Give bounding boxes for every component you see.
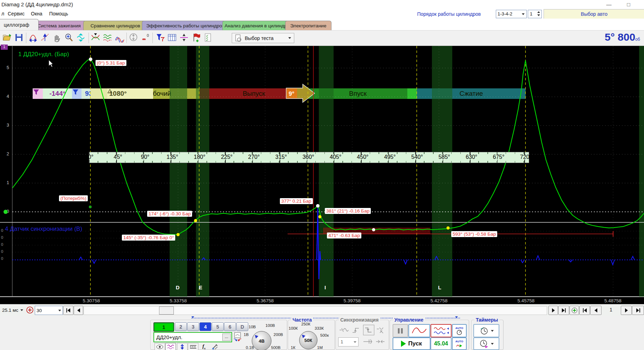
zoom-reset-icon[interactable] [26, 306, 34, 315]
sync-falling-edge-icon[interactable] [363, 325, 374, 335]
stretch-vertical-icon[interactable] [40, 33, 51, 43]
multi-waves-icon[interactable] [103, 33, 113, 43]
auto-run-button[interactable]: AUTO [452, 337, 467, 350]
single-wave-button[interactable] [408, 324, 430, 337]
time-scrollbar-thumb[interactable] [159, 307, 174, 315]
frequency-knob[interactable]: 50К [299, 331, 317, 349]
page-back-button[interactable] [590, 306, 602, 315]
peak-marker-dot[interactable] [89, 58, 92, 61]
test-select-combo[interactable]: Выбор теста [232, 33, 294, 43]
tab-pressure-analysis[interactable]: Анализ давления в цилиндре [222, 21, 292, 30]
sync-center-icon[interactable] [375, 338, 386, 345]
slider-handle-left[interactable] [191, 316, 194, 318]
page-zoom-icon[interactable] [570, 306, 579, 315]
minimize-button[interactable]: — [601, 0, 617, 9]
channel-button-3[interactable]: 3 [187, 322, 199, 331]
tab-power-supply[interactable]: Электропитание [285, 21, 331, 30]
compare-waves-icon[interactable] [91, 33, 101, 43]
ruler-label: 225° [221, 154, 232, 160]
zero-level-dot[interactable] [4, 210, 8, 214]
channel-button-4[interactable]: 4 [199, 322, 211, 331]
marker-dot-471[interactable] [372, 228, 375, 231]
channel-button-d[interactable]: D [236, 322, 248, 331]
math-function-icon[interactable]: fx [199, 343, 209, 350]
auto-scale-icon[interactable] [129, 33, 139, 43]
open-file-icon[interactable] [2, 33, 13, 43]
sync-external-icon[interactable] [376, 325, 386, 335]
stretch-horizontal-icon[interactable] [28, 33, 39, 43]
loss-marker-dot[interactable] [89, 206, 92, 208]
checklist-icon[interactable] [203, 33, 213, 43]
menu-windows[interactable]: Окна [31, 11, 42, 16]
chevron-down-icon [20, 309, 23, 311]
cylinder-index-spinner[interactable]: 1 [528, 10, 542, 18]
cylinder-order-select[interactable]: 1-3-4-2 [496, 10, 527, 18]
fit-waveform-icon[interactable] [76, 33, 86, 43]
signal-name-field[interactable]: ДД20+удл. ... [153, 332, 232, 342]
chevron-down-icon [522, 13, 525, 15]
timer-stop-button[interactable] [473, 337, 499, 350]
filter-icon[interactable] [155, 33, 166, 43]
signal-browse-button[interactable]: ... [222, 334, 231, 341]
table-icon[interactable] [167, 33, 178, 43]
sync-rising-edge-icon[interactable] [351, 325, 361, 335]
channel-button-6[interactable]: 6 [224, 322, 236, 331]
zero-marker-icon[interactable]: 0 [140, 33, 151, 43]
sync-delay-icon[interactable] [362, 338, 373, 345]
menu-service[interactable]: Сервис [8, 11, 25, 16]
autoscale-vertical-icon[interactable] [177, 343, 188, 350]
step-forward-button[interactable] [548, 306, 558, 315]
spin-down-icon[interactable] [537, 14, 540, 16]
time-scrollbar-track[interactable] [84, 306, 547, 315]
hand-pan-icon[interactable] [52, 33, 63, 43]
sine-wave-icon [411, 326, 427, 335]
page-first-button[interactable] [579, 306, 590, 315]
sync-source-combo[interactable]: 1 [338, 337, 359, 346]
zoom-in-icon[interactable] [64, 33, 74, 43]
menu-help[interactable]: Помощь [49, 11, 68, 16]
channel-button-2[interactable]: 2 [175, 322, 187, 331]
continuous-wave-button[interactable] [431, 324, 452, 337]
overlay-waves-icon[interactable] [114, 33, 125, 43]
pause-button[interactable] [393, 324, 408, 337]
auto-select-button[interactable]: Выбор авто [544, 9, 644, 19]
add-flag-icon[interactable] [191, 33, 202, 43]
voltage-knob[interactable]: 4В [252, 331, 271, 350]
save-icon[interactable] [14, 33, 25, 43]
menu-file-cut[interactable]: л [1, 11, 4, 16]
waveform-style-icon[interactable] [165, 343, 176, 350]
timer-clock-icon [479, 326, 489, 335]
slider-handle-right[interactable] [455, 316, 458, 318]
marker-dot-174[interactable] [194, 219, 197, 222]
marker-dot-145[interactable] [177, 233, 180, 236]
spin-up-icon[interactable] [537, 11, 540, 13]
oscillogram-chart[interactable]: -144° 936° Рабочий Выпуск Впуск Сжатие 1… [0, 46, 644, 297]
sync-mode-free-icon[interactable] [339, 325, 349, 335]
timer-start-button[interactable] [473, 324, 499, 337]
tab-cylinder-comparison[interactable]: Сравнение цилиндров [83, 21, 147, 30]
page-last-button[interactable] [632, 306, 644, 315]
maximize-button[interactable]: □ [621, 0, 636, 9]
marker-dot-377[interactable] [316, 204, 320, 208]
go-first-button[interactable] [63, 306, 73, 315]
visibility-eye-icon[interactable] [155, 343, 165, 350]
time-scale-combo[interactable]: 25.1 мс [1, 306, 25, 314]
tab-oscilloscope[interactable]: циллограф [0, 19, 39, 30]
marker-dot-593[interactable] [447, 227, 450, 230]
grid-lines-icon[interactable] [188, 343, 198, 350]
channel-button-5[interactable]: 5 [212, 322, 224, 331]
start-button[interactable]: Пуск [393, 337, 431, 350]
page-forward-button[interactable] [621, 306, 632, 315]
points-combo[interactable]: 30 [35, 306, 63, 315]
invert-channel-icon[interactable] [232, 332, 243, 344]
degree-ruler[interactable]: 0°45°90°135°180°225°270°315°360°405°450°… [89, 152, 529, 163]
split-divider-icon[interactable] [179, 33, 190, 43]
go-last-button[interactable] [558, 306, 569, 315]
measure-593: 593° (53°) -0.58 Бар [451, 231, 497, 237]
tab-cylinder-efficiency[interactable]: Эффективность работы цилиндров [142, 21, 229, 30]
step-back-button[interactable] [74, 306, 83, 315]
marker-dot-381[interactable] [318, 215, 322, 218]
auto-gauge-button[interactable]: AUTO [452, 324, 467, 337]
settings-tools-icon[interactable] [210, 343, 220, 350]
channel-button-1[interactable]: 1 [153, 322, 174, 332]
